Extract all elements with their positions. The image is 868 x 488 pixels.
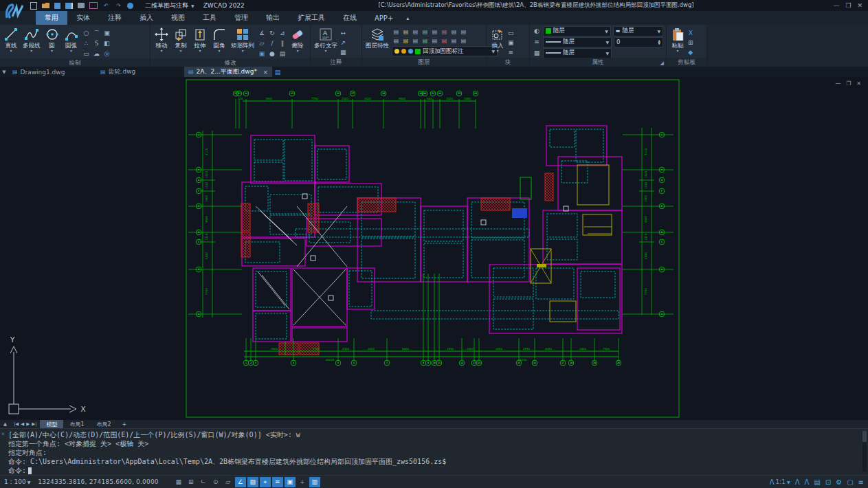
layered-icon[interactable]: ▣ [257,49,267,58]
mtext-button[interactable]: A 多行文字▾ [313,26,339,52]
rotate-icon[interactable]: ∡ [257,28,267,38]
lineweight-combo[interactable]: ▬ 随层 ▼ [613,26,663,36]
undo-icon[interactable]: ↶ [102,2,110,9]
new-document-icon[interactable]: ▤ [272,67,283,77]
plot-preview-icon[interactable] [89,2,98,9]
copy-button[interactable]: 复制▾ [172,26,190,52]
layout-collapse-icon[interactable]: ▲ [0,420,10,428]
ribbon-tab-输出[interactable]: 输出 [257,11,289,25]
layer-tool-icon-2[interactable]: ▤ [411,27,420,36]
thickness-spinner[interactable]: 0 ▲▼ [614,37,663,47]
ribbon-tab-扩展工具[interactable]: 扩展工具 [289,11,334,25]
ribbon-tab-工具[interactable]: 工具 [194,11,225,25]
spline-fit-icon[interactable]: S [92,38,102,48]
status-toggle-annotation-monitor[interactable]: ▥ [309,477,320,487]
layout-nav-icons[interactable]: |◀◀▶▶| [10,420,40,428]
command-prompt-line[interactable]: 命令: [8,466,861,475]
ribbon-tab-常用[interactable]: 常用 [36,11,67,25]
layer-tool-icon-14[interactable]: ▤ [449,36,458,45]
ribbon-tab-实体[interactable]: 实体 [67,11,99,25]
ribbon-tab-视图[interactable]: 视图 [162,11,194,25]
viewport-scale-combo[interactable]: 1 : 100 ▼ [4,478,30,485]
annotation-autoscale-icon[interactable]: Λ [805,478,810,486]
spinner-arrows-icon[interactable]: ▲▼ [658,39,660,45]
ribbon-collapse-icon[interactable]: ▴ [406,11,409,25]
status-menu-icon[interactable]: ≡ [858,478,864,486]
scale-icon[interactable]: ⊿ [278,28,287,38]
annotation-visibility-icon[interactable]: Λ [795,478,800,486]
new-file-icon[interactable] [30,2,37,10]
dimension-icon[interactable]: ↔ [340,28,346,37]
command-line-panel[interactable]: × [全部(A)/中心(C)/动态(D)/范围(E)/上一个(P)/比例(S)/… [0,428,868,475]
linetype-combo-2[interactable]: 随层 ▼ [543,48,612,58]
create-block-icon[interactable]: ▭ [508,28,514,37]
add-layout-icon[interactable]: + [118,420,132,428]
table-icon[interactable]: ▦ [340,47,346,56]
block-editor-icon[interactable]: ▣ [508,38,514,47]
trim-icon[interactable]: / [267,38,277,48]
rect-array-button[interactable]: 矩形阵列▾ [230,26,256,52]
document-tab[interactable]: ▤齿轮.dwg [96,67,184,77]
layer-tool-icon-13[interactable]: ▤ [440,36,449,45]
command-close-icon[interactable]: × [1,431,5,437]
donut-icon[interactable]: ◎ [102,49,112,58]
minimize-icon[interactable]: — [833,2,839,9]
cut-icon[interactable]: X [688,28,693,37]
ellipse-icon[interactable]: ○ [82,28,91,38]
status-toggle-object-snap-tracking[interactable]: ∠ [235,477,246,487]
line-button[interactable]: 直线▾ [2,26,20,52]
stretch-button[interactable]: 拉伸▾ [191,26,209,52]
ribbon-tab-APP+[interactable]: APP+ [366,11,402,25]
online-icon[interactable] [127,3,133,9]
clean-screen-icon[interactable]: ▢ [847,478,853,486]
document-list-icon[interactable]: ▼ [0,67,8,77]
circle-button[interactable]: 圆▾ [43,26,61,52]
maximize-icon[interactable]: ❐ [845,2,851,9]
layer-tool-icon-0[interactable]: ▤ [392,27,401,36]
status-toggle-lineweight-display[interactable]: ≡ [272,477,283,487]
workspace-switch-icon[interactable]: ▤ [814,478,820,486]
doc-minimize-icon[interactable]: — [835,80,841,87]
ribbon-tab-注释[interactable]: 注释 [99,11,131,25]
erase-button[interactable]: 擦除▾ [289,26,307,52]
open-file-icon[interactable] [42,3,49,8]
revcloud-icon[interactable]: ☁ [92,49,102,58]
rectangle-icon[interactable]: ▭ [82,49,91,58]
layer-tool-icon-15[interactable]: ▤ [459,36,468,45]
close-icon[interactable]: ✕ [857,2,863,9]
move-button[interactable]: 移动▾ [153,26,170,52]
status-toggle-transparency[interactable]: ▣ [285,477,296,487]
drawing-canvas[interactable]: — ❐ ✕ 1213141516171819202122232472039007… [0,77,868,420]
ribbon-tab-插入[interactable]: 插入 [131,11,162,25]
hardware-acceleration-icon[interactable]: ⊡ [825,478,831,486]
close-document-icon[interactable]: × [263,69,268,76]
paste-button[interactable]: 粘贴▾ [669,26,687,52]
attributes-icon[interactable]: ≡ [508,47,514,56]
save-as-icon[interactable] [65,3,73,9]
layer-tool-icon-6[interactable]: ▤ [449,27,458,36]
spline-icon[interactable]: ⌒ [92,28,102,38]
color-combo[interactable]: 随层 ▼ [543,26,611,36]
document-tab[interactable]: ▤2A、2...平面图.dwg*× [184,67,272,77]
linetype-combo-1[interactable]: 随层 ▼ [543,37,612,47]
print-icon[interactable] [78,3,85,8]
ribbon-tab-管理[interactable]: 管理 [225,11,257,25]
offset-icon[interactable]: ▱ [257,38,267,48]
status-toggle-object-snap[interactable]: ▱ [223,477,234,487]
layout-tab-布局1[interactable]: 布局1 [63,420,90,428]
layer-combo[interactable]: 回顶加固图标注 ▼ [392,46,498,56]
layer-tool-icon-9[interactable]: ▤ [401,36,410,45]
command-scrollbar-thumb[interactable] [863,431,867,442]
doc-restore-icon[interactable]: ❐ [846,80,851,87]
status-toggle-dynamic-ucs[interactable]: ▨ [247,477,258,487]
save-icon[interactable] [54,3,60,9]
layer-tool-icon-5[interactable]: ▤ [440,27,449,36]
layer-tool-icon-12[interactable]: ▤ [430,36,439,45]
region-icon[interactable]: ▣ [102,28,112,38]
document-tab[interactable]: ▤Drawing1.dwg [8,67,96,77]
fillet-button[interactable]: 圆角▾ [210,26,228,52]
settings-gear-icon[interactable]: ⚙ [836,478,842,486]
mirror-icon[interactable]: ↻ [267,28,277,38]
status-toggle-snap-mode[interactable]: ⊞ [186,477,197,487]
status-toggle-polar-tracking[interactable]: ⊙ [210,477,221,487]
